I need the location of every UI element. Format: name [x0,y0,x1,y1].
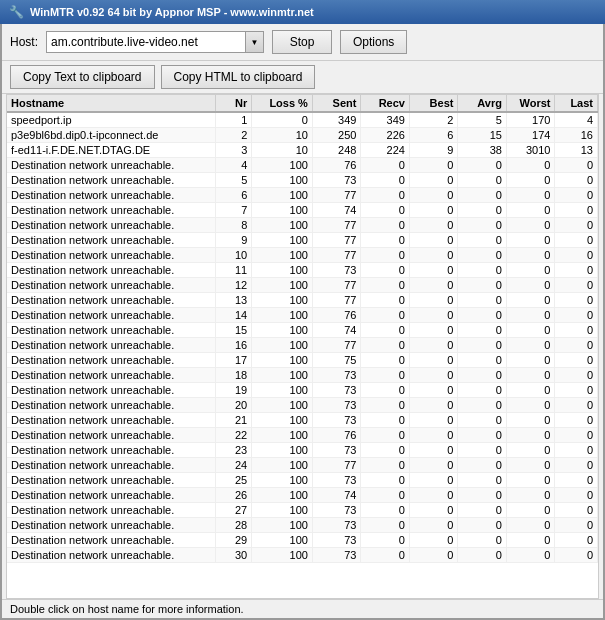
table-row[interactable]: Destination network unreachable.81007700… [7,218,598,233]
col-header-best: Best [409,95,458,112]
table-row[interactable]: Destination network unreachable.41007600… [7,158,598,173]
table-row[interactable]: Destination network unreachable.28100730… [7,518,598,533]
table-row[interactable]: Destination network unreachable.14100760… [7,308,598,323]
copy-html-button[interactable]: Copy HTML to clipboard [161,65,316,89]
results-table: Hostname Nr Loss % Sent Recv Best Avrg W… [7,95,598,563]
stop-button[interactable]: Stop [272,30,332,54]
host-input-container: ▼ [46,31,264,53]
table-row[interactable]: Destination network unreachable.29100730… [7,533,598,548]
host-label: Host: [10,35,38,49]
col-header-nr: Nr [215,95,251,112]
table-row[interactable]: Destination network unreachable.15100740… [7,323,598,338]
table-row[interactable]: Destination network unreachable.22100760… [7,428,598,443]
table-row[interactable]: speedport.ip10349349251704 [7,112,598,128]
table-row[interactable]: Destination network unreachable.18100730… [7,368,598,383]
table-row[interactable]: Destination network unreachable.16100770… [7,338,598,353]
table-row[interactable]: p3e9bl6bd.dip0.t-ipconnect.de21025022661… [7,128,598,143]
table-row[interactable]: Destination network unreachable.27100730… [7,503,598,518]
col-header-last: Last [555,95,598,112]
app-icon: 🔧 [8,4,24,20]
col-header-loss: Loss % [252,95,313,112]
table-row[interactable]: Destination network unreachable.20100730… [7,398,598,413]
table-row[interactable]: Destination network unreachable.21100730… [7,413,598,428]
table-row[interactable]: Destination network unreachable.71007400… [7,203,598,218]
status-bar: Double click on host name for more infor… [2,599,603,618]
table-row[interactable]: Destination network unreachable.25100730… [7,473,598,488]
table-row[interactable]: Destination network unreachable.51007300… [7,173,598,188]
table-row[interactable]: Destination network unreachable.61007700… [7,188,598,203]
table-row[interactable]: f-ed11-i.F.DE.NET.DTAG.DE310248224938301… [7,143,598,158]
title-text: WinMTR v0.92 64 bit by Appnor MSP - www.… [30,6,314,18]
table-container: Hostname Nr Loss % Sent Recv Best Avrg W… [6,94,599,599]
table-row[interactable]: Destination network unreachable.17100750… [7,353,598,368]
table-body: speedport.ip10349349251704p3e9bl6bd.dip0… [7,112,598,563]
clipboard-bar: Copy Text to clipboard Copy HTML to clip… [2,61,603,94]
host-input[interactable] [46,31,246,53]
table-row[interactable]: Destination network unreachable.26100740… [7,488,598,503]
col-header-avrg: Avrg [458,95,507,112]
table-row[interactable]: Destination network unreachable.24100770… [7,458,598,473]
col-header-recv: Recv [361,95,410,112]
title-bar: 🔧 WinMTR v0.92 64 bit by Appnor MSP - ww… [0,0,605,24]
table-row[interactable]: Destination network unreachable.13100770… [7,293,598,308]
status-text: Double click on host name for more infor… [10,603,244,615]
copy-text-button[interactable]: Copy Text to clipboard [10,65,155,89]
table-row[interactable]: Destination network unreachable.10100770… [7,248,598,263]
table-row[interactable]: Destination network unreachable.11100730… [7,263,598,278]
col-header-sent: Sent [312,95,361,112]
main-window: Host: ▼ Stop Options Copy Text to clipbo… [0,24,605,620]
table-row[interactable]: Destination network unreachable.19100730… [7,383,598,398]
col-header-hostname: Hostname [7,95,215,112]
host-dropdown-btn[interactable]: ▼ [246,31,264,53]
col-header-worst: Worst [506,95,555,112]
table-row[interactable]: Destination network unreachable.91007700… [7,233,598,248]
table-row[interactable]: Destination network unreachable.12100770… [7,278,598,293]
options-button[interactable]: Options [340,30,407,54]
table-row[interactable]: Destination network unreachable.23100730… [7,443,598,458]
table-row[interactable]: Destination network unreachable.30100730… [7,548,598,563]
toolbar: Host: ▼ Stop Options [2,24,603,61]
table-header-row: Hostname Nr Loss % Sent Recv Best Avrg W… [7,95,598,112]
